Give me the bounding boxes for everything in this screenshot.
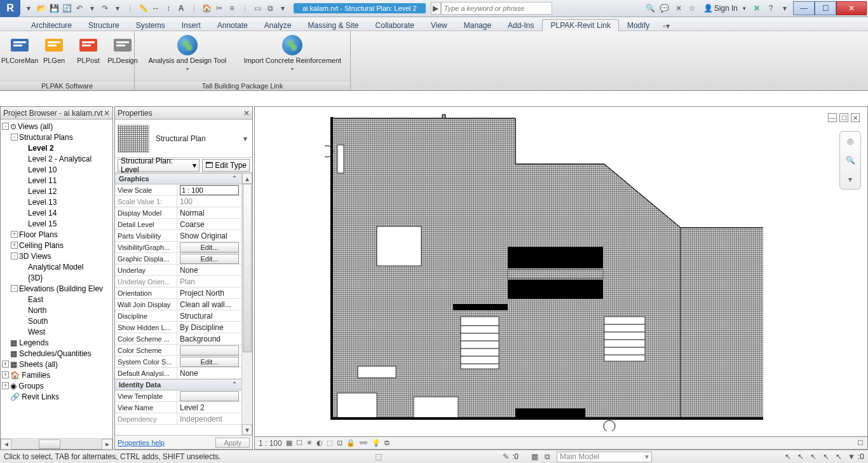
open-icon[interactable]: ▾	[23, 3, 34, 14]
app-menu-button[interactable]: R	[0, 0, 20, 17]
tab-modify[interactable]: Modify	[619, 19, 658, 31]
scroll-thumb[interactable]	[243, 184, 252, 352]
property-input[interactable]	[180, 185, 239, 195]
property-value[interactable]: None	[180, 266, 198, 275]
undo-dd-icon[interactable]: ▾	[86, 3, 98, 14]
switch-windows-icon[interactable]: ⧉	[264, 3, 276, 14]
tab-manage[interactable]: Manage	[456, 19, 499, 31]
tree-item[interactable]: ▦ Legends	[1, 337, 112, 348]
property-value[interactable]: Background	[180, 335, 220, 343]
property-edit-button[interactable]: Edit...	[180, 254, 239, 264]
collapse-icon[interactable]: -	[11, 285, 18, 292]
temp-hide-icon[interactable]: 👓	[359, 439, 368, 447]
close-views-icon[interactable]: ▭	[252, 3, 263, 14]
scroll-right-icon[interactable]: ▸	[102, 439, 112, 450]
tree-item[interactable]: +Floor Plans	[1, 229, 112, 240]
tab-annotate[interactable]: Annotate	[209, 19, 256, 31]
detail-level-icon[interactable]: ▦	[286, 439, 292, 447]
select-links-icon[interactable]: ↖	[782, 451, 794, 462]
close-button[interactable]: ✕	[836, 1, 867, 15]
property-section[interactable]: Graphics⌃	[115, 173, 241, 184]
pldesign-button[interactable]: PLDesign	[107, 34, 139, 78]
save-icon[interactable]: 💾	[48, 3, 60, 14]
text-icon[interactable]: A	[175, 3, 187, 14]
tree-item[interactable]: Level 13	[1, 197, 112, 207]
maximize-button[interactable]: ☐	[815, 1, 836, 15]
tree-item[interactable]: Level 2 - Analytical	[1, 153, 112, 164]
tree-item[interactable]: Level 11	[1, 175, 112, 186]
sun-icon[interactable]: ☀	[306, 439, 313, 447]
tab-insert[interactable]: Insert	[173, 19, 209, 31]
type-selector[interactable]: Structural Plan: Level ▾	[118, 159, 200, 172]
close-icon[interactable]: ✕	[104, 109, 110, 118]
view-close-icon[interactable]: ✕	[851, 113, 860, 122]
tree-item[interactable]: ▦ Schedules/Quantities	[1, 348, 112, 359]
property-value[interactable]: None	[180, 369, 198, 378]
tree-item[interactable]: Level 12	[1, 186, 112, 197]
property-value[interactable]: Clean all wall...	[180, 300, 231, 309]
tree-item[interactable]: -Structural Plans	[1, 132, 112, 142]
tab-systems[interactable]: Systems	[128, 19, 173, 31]
panel-dd-icon[interactable]: ▫▾	[663, 22, 669, 31]
comm-icon[interactable]: 💬	[659, 3, 670, 14]
scroll-thumb[interactable]	[39, 439, 60, 449]
minimize-button[interactable]: —	[793, 1, 815, 15]
help-icon[interactable]: ?	[765, 3, 776, 14]
sign-in-button[interactable]: 👤 Sign In ▾	[701, 4, 749, 13]
shadow-icon[interactable]: ◐	[316, 439, 323, 447]
tab-plpak-revit-link[interactable]: PLPAK-Revit Link	[542, 19, 618, 31]
reveal-icon[interactable]: 💡	[372, 439, 381, 447]
search-icon[interactable]: 🔍	[645, 3, 656, 14]
tab-view[interactable]: View	[423, 19, 456, 31]
property-value[interactable]: Level 2	[180, 403, 205, 412]
plcoreman-button[interactable]: PLCoreMan	[4, 34, 36, 78]
apply-button[interactable]: Apply	[215, 438, 250, 448]
open-file-icon[interactable]: 📂	[36, 3, 47, 14]
property-edit-button[interactable]: Edit...	[180, 357, 239, 367]
tree-item[interactable]: Analytical Model	[1, 261, 112, 272]
select-pinned-icon[interactable]: ↖	[808, 451, 819, 462]
scroll-left-icon[interactable]: ◂	[1, 439, 11, 450]
worksharing-icon[interactable]: ⧉	[384, 439, 390, 447]
tab-structure[interactable]: Structure	[80, 19, 128, 31]
tree-item[interactable]: +Ceiling Plans	[1, 240, 112, 251]
thin-lines-icon[interactable]: ≡	[226, 3, 238, 14]
search-input[interactable]	[441, 2, 552, 15]
tree-item[interactable]: East	[1, 294, 112, 305]
key-icon[interactable]: ✕	[673, 3, 684, 14]
tab-analyze[interactable]: Analyze	[256, 19, 300, 31]
tree-item[interactable]: +▦ Sheets (all)	[1, 359, 112, 370]
sync-icon[interactable]: 🔄	[61, 3, 72, 14]
tree-item[interactable]: South	[1, 315, 112, 326]
collapse-icon[interactable]: ⌃	[231, 380, 238, 389]
filter-icon[interactable]: ▼	[846, 451, 857, 462]
selection-count-icon[interactable]: ✎	[500, 451, 512, 462]
editable-only-icon[interactable]: ▦	[529, 451, 541, 462]
properties-type-preview[interactable]: Structural Plan ▾	[115, 120, 252, 158]
redo-icon[interactable]: ↷	[99, 3, 111, 14]
scroll-down-icon[interactable]: ▾	[242, 424, 252, 435]
align-icon[interactable]: ↔	[150, 3, 161, 14]
property-edit-button[interactable]: Edit...	[180, 242, 239, 252]
property-edit-button[interactable]	[180, 345, 239, 356]
qat-dd-icon[interactable]: ▾	[277, 3, 288, 14]
expand-icon[interactable]: +	[11, 242, 18, 249]
design-options-icon[interactable]: ⧉	[542, 451, 553, 462]
property-value[interactable]: Project North	[180, 289, 224, 298]
expand-icon[interactable]: +	[2, 382, 9, 389]
tree-item[interactable]: Level 14	[1, 207, 112, 218]
collapse-icon[interactable]: -	[11, 252, 18, 259]
property-value[interactable]: Structural	[180, 312, 212, 321]
drawing-canvas[interactable]: — ☐ ✕ ◎ 🔍 ▾	[254, 106, 868, 437]
view-max-icon[interactable]: ☐	[839, 113, 848, 122]
property-edit-button[interactable]	[180, 391, 239, 401]
property-value[interactable]: Show Original	[180, 232, 227, 240]
property-value[interactable]: Normal	[180, 209, 205, 218]
tab-collaborate[interactable]: Collaborate	[367, 19, 423, 31]
property-value[interactable]: Coarse	[180, 220, 205, 229]
select-face-icon[interactable]: ↖	[820, 451, 832, 462]
redo-dd-icon[interactable]: ▾	[112, 3, 123, 14]
tree-item[interactable]: North	[1, 305, 112, 315]
expand-icon[interactable]: +	[2, 371, 9, 378]
select-underlay-icon[interactable]: ↖	[795, 451, 806, 462]
